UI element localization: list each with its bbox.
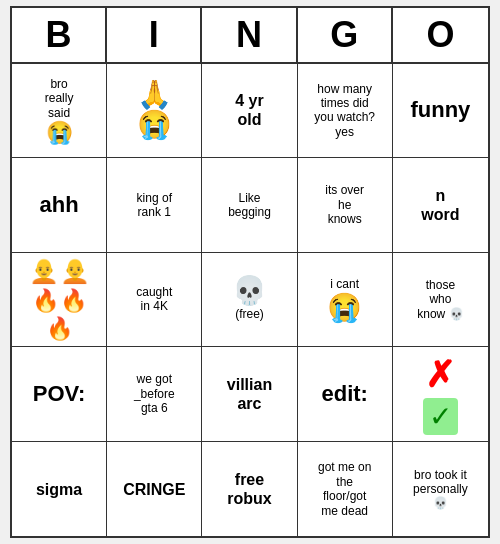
- cell-r1c5: funny: [393, 64, 488, 159]
- green-check-icon: ✓: [423, 398, 458, 436]
- cell-r4c1: POV:: [12, 347, 107, 442]
- cell-r5c5: bro took itpersonally💀: [393, 442, 488, 537]
- cell-r5c2: CRINGE: [107, 442, 202, 537]
- letter-b: B: [12, 8, 107, 62]
- letter-n: N: [202, 8, 297, 62]
- cell-r4c4: edit:: [298, 347, 393, 442]
- cell-r1c1: broreallysaid 😭: [12, 64, 107, 159]
- red-x-icon: ✗: [425, 353, 455, 396]
- letter-o: O: [393, 8, 488, 62]
- bingo-header: B I N G O: [12, 8, 488, 64]
- cell-r1c4: how manytimes didyou watch?yes: [298, 64, 393, 159]
- cell-r4c3: villianarc: [202, 347, 297, 442]
- cell-r1c2: 🙏 😭: [107, 64, 202, 159]
- cell-r5c3: freerobux: [202, 442, 297, 537]
- cell-r2c1: ahh: [12, 158, 107, 253]
- cell-r3c4: i cant 😭: [298, 253, 393, 348]
- bingo-grid: broreallysaid 😭 🙏 😭 4 yrold how manytime…: [12, 64, 488, 537]
- cell-r2c4: its overheknows: [298, 158, 393, 253]
- cell-r4c5: ✗ ✓: [393, 347, 488, 442]
- cell-r5c4: got me onthefloor/gotme dead: [298, 442, 393, 537]
- cell-r2c3: Likebegging: [202, 158, 297, 253]
- cell-r2c2: king ofrank 1: [107, 158, 202, 253]
- cell-r2c5: nword: [393, 158, 488, 253]
- letter-i: I: [107, 8, 202, 62]
- letter-g: G: [298, 8, 393, 62]
- cell-r4c2: we got_beforegta 6: [107, 347, 202, 442]
- cell-r3c2: caughtin 4K: [107, 253, 202, 348]
- cell-r3c5: thosewhoknow 💀: [393, 253, 488, 348]
- cell-r1c3: 4 yrold: [202, 64, 297, 159]
- bingo-card: B I N G O broreallysaid 😭 🙏 😭 4 yrold: [10, 6, 490, 539]
- cell-r5c1: sigma: [12, 442, 107, 537]
- cell-r3c1: 🧑‍🦲 🧑‍🦲 🔥 🔥 🔥: [12, 253, 107, 348]
- cell-r3c3: 💀 (free): [202, 253, 297, 348]
